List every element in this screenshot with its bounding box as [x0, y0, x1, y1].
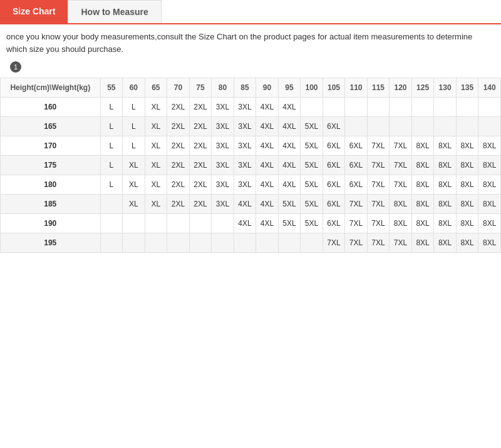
size-cell: 8XL [456, 233, 478, 253]
size-cell: XL [145, 175, 167, 195]
size-cell [100, 214, 123, 233]
size-cell [345, 98, 368, 117]
size-cell: 7XL [345, 195, 368, 214]
size-cell: 6XL [345, 175, 368, 195]
table-row: 160LLXL2XL2XL3XL3XL4XL4XL [1, 98, 501, 117]
size-cell [434, 117, 457, 136]
size-cell: XL [145, 195, 167, 214]
size-cell [411, 98, 434, 117]
header-weight-col: 70 [167, 78, 190, 98]
size-cell [212, 214, 234, 233]
size-cell: 7XL [367, 136, 390, 156]
size-cell: 3XL [212, 195, 234, 214]
header-weight-col: 135 [456, 78, 478, 98]
size-cell: 2XL [167, 117, 190, 136]
size-cell: 8XL [390, 214, 412, 233]
size-cell: 6XL [323, 117, 345, 136]
size-cell: XL [145, 136, 167, 156]
table-row: 180LXLXL2XL2XL3XL3XL4XL4XL5XL6XL6XL7XL7X… [1, 175, 501, 195]
size-cell [301, 233, 323, 253]
size-cell: 7XL [345, 233, 368, 253]
size-cell [478, 117, 501, 136]
size-cell: 5XL [301, 214, 323, 233]
size-cell: 4XL [278, 117, 301, 136]
size-cell [100, 195, 123, 214]
height-cell: 190 [1, 214, 101, 233]
size-cell: XL [123, 175, 145, 195]
size-cell: 2XL [189, 117, 212, 136]
size-cell: 3XL [212, 98, 234, 117]
size-cell: 8XL [478, 175, 501, 195]
size-cell [234, 233, 256, 253]
table-row: 1957XL7XL7XL7XL8XL8XL8XL8XL [1, 233, 501, 253]
header-height-weight: Height(cm)\Weight(kg) [1, 78, 101, 98]
size-cell: 8XL [411, 195, 434, 214]
size-cell: L [123, 136, 145, 156]
table-row: 165LLXL2XL2XL3XL3XL4XL4XL5XL6XL [1, 117, 501, 136]
size-cell: 8XL [434, 175, 457, 195]
size-cell: 7XL [367, 156, 390, 175]
header-weight-col: 100 [301, 78, 323, 98]
size-cell: 4XL [256, 156, 279, 175]
size-cell [189, 233, 212, 253]
size-cell: 8XL [434, 156, 457, 175]
size-cell: 4XL [278, 136, 301, 156]
header-weight-col: 90 [256, 78, 279, 98]
size-cell [145, 214, 167, 233]
size-cell: 2XL [167, 136, 190, 156]
header-weight-col: 95 [278, 78, 301, 98]
size-cell: 8XL [478, 214, 501, 233]
size-cell: 4XL [256, 98, 279, 117]
size-cell [367, 98, 390, 117]
size-cell: 3XL [212, 156, 234, 175]
size-cell: 2XL [189, 136, 212, 156]
size-cell: 8XL [411, 233, 434, 253]
size-cell: 8XL [411, 156, 434, 175]
size-chart-table: Height(cm)\Weight(kg) 556065707580859095… [0, 78, 501, 253]
size-cell: XL [145, 156, 167, 175]
size-cell [145, 233, 167, 253]
size-cell: 5XL [278, 195, 301, 214]
size-cell: 7XL [390, 233, 412, 253]
size-cell: 6XL [323, 136, 345, 156]
tab-size-chart[interactable]: Size Chart [0, 0, 68, 23]
header-weight-col: 110 [345, 78, 368, 98]
header-weight-col: 140 [478, 78, 501, 98]
size-cell: 7XL [323, 233, 345, 253]
height-cell: 175 [1, 156, 101, 175]
size-cell: 4XL [256, 136, 279, 156]
height-cell: 165 [1, 117, 101, 136]
height-cell: 180 [1, 175, 101, 195]
size-cell: L [100, 117, 123, 136]
size-cell [278, 233, 301, 253]
header-weight-col: 105 [323, 78, 345, 98]
size-cell: 8XL [411, 175, 434, 195]
size-cell: 6XL [345, 136, 368, 156]
size-cell [411, 117, 434, 136]
header-weight-col: 125 [411, 78, 434, 98]
tab-how-to-measure[interactable]: How to Measure [68, 0, 161, 23]
size-cell [189, 214, 212, 233]
size-cell: 3XL [212, 117, 234, 136]
size-cell: 2XL [167, 98, 190, 117]
size-cell: 8XL [434, 195, 457, 214]
size-cell: 8XL [434, 214, 457, 233]
size-cell: 3XL [234, 136, 256, 156]
header-weight-col: 80 [212, 78, 234, 98]
size-cell: 8XL [478, 136, 501, 156]
size-cell [345, 117, 368, 136]
size-cell: 8XL [456, 195, 478, 214]
size-cell [212, 233, 234, 253]
size-cell: 7XL [390, 136, 412, 156]
size-cell [167, 214, 190, 233]
size-cell: 5XL [301, 117, 323, 136]
size-cell: 4XL [278, 156, 301, 175]
size-cell: 7XL [367, 175, 390, 195]
size-cell: L [100, 156, 123, 175]
size-cell: 7XL [390, 175, 412, 195]
size-cell: 4XL [278, 98, 301, 117]
size-cell: 2XL [167, 175, 190, 195]
size-cell: 5XL [278, 214, 301, 233]
step-circle: 1 [10, 61, 21, 73]
table-header-row: Height(cm)\Weight(kg) 556065707580859095… [1, 78, 501, 98]
